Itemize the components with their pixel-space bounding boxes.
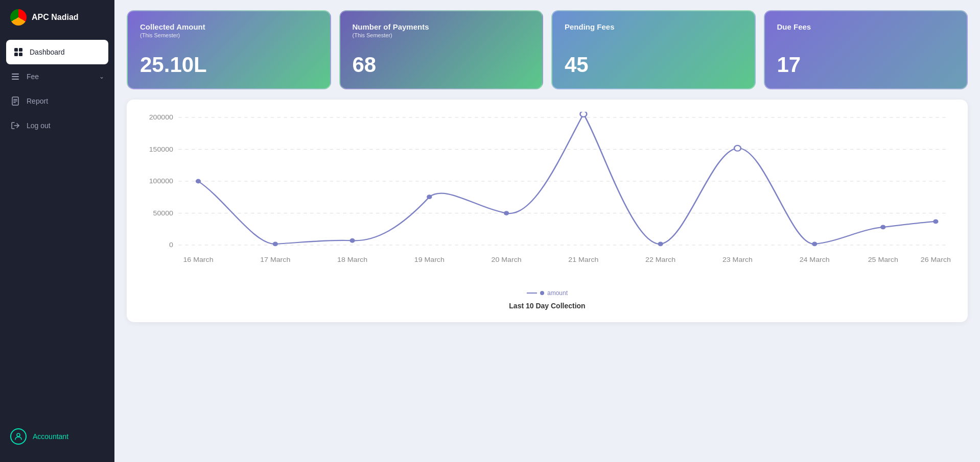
svg-rect-1 xyxy=(19,48,22,52)
main-content: Collected Amount (This Semester) 25.10L … xyxy=(114,0,980,462)
svg-text:26 March: 26 March xyxy=(921,256,951,263)
sidebar-item-fee[interactable]: Fee ⌄ xyxy=(0,64,114,89)
dashboard-label: Dashboard xyxy=(30,48,65,56)
chart-point xyxy=(504,211,509,215)
sidebar-item-report[interactable]: Report xyxy=(0,89,114,113)
due-label: Due Fees xyxy=(777,22,955,31)
stat-card-collected-amount: Collected Amount (This Semester) 25.10L xyxy=(127,10,331,89)
user-avatar xyxy=(10,428,27,445)
svg-rect-2 xyxy=(14,53,18,56)
svg-text:18 March: 18 March xyxy=(337,256,367,263)
user-role-label: Accountant xyxy=(33,432,68,441)
list-icon xyxy=(10,71,20,82)
report-label: Report xyxy=(27,97,48,105)
chart-point-peak xyxy=(580,112,587,117)
sidebar-item-logout[interactable]: Log out xyxy=(0,113,114,138)
payments-sublabel: (This Semester) xyxy=(353,32,530,38)
chart-point xyxy=(273,241,278,246)
pending-label: Pending Fees xyxy=(565,22,742,31)
chart-point xyxy=(880,225,885,230)
svg-text:0: 0 xyxy=(169,241,173,249)
chart-point xyxy=(427,194,432,199)
sidebar-header: APC Nadiad xyxy=(0,0,114,35)
svg-rect-0 xyxy=(14,48,18,52)
chart-point xyxy=(812,241,817,246)
collected-amount-value: 25.10L xyxy=(140,53,318,77)
payments-value: 68 xyxy=(353,53,530,77)
logout-icon xyxy=(10,120,20,131)
chart-container: 200000 150000 100000 50000 0 16 March 17… xyxy=(139,112,955,285)
sidebar-item-dashboard[interactable]: Dashboard xyxy=(6,40,108,64)
sidebar-nav: Dashboard Fee ⌄ Rep xyxy=(0,35,114,462)
chart-title: Last 10 Day Collection xyxy=(139,302,955,310)
svg-rect-10 xyxy=(13,102,16,103)
svg-point-11 xyxy=(17,433,20,436)
svg-rect-6 xyxy=(12,79,19,80)
legend-label: amount xyxy=(547,289,568,297)
svg-rect-8 xyxy=(13,99,17,100)
app-name: APC Nadiad xyxy=(32,13,79,22)
svg-text:200000: 200000 xyxy=(149,114,173,121)
svg-text:150000: 150000 xyxy=(149,146,173,153)
legend-dot xyxy=(540,291,544,295)
stat-card-pending: Pending Fees 45 xyxy=(551,10,756,89)
collected-amount-sublabel: (This Semester) xyxy=(140,32,318,38)
svg-text:16 March: 16 March xyxy=(183,256,213,263)
svg-text:19 March: 19 March xyxy=(414,256,445,263)
chevron-down-icon: ⌄ xyxy=(99,73,104,80)
chart-svg: 200000 150000 100000 50000 0 16 March 17… xyxy=(139,112,955,285)
grid-icon xyxy=(13,47,24,57)
svg-text:22 March: 22 March xyxy=(645,256,675,263)
svg-text:21 March: 21 March xyxy=(568,256,598,263)
chart-line xyxy=(198,114,936,244)
chart-card: 200000 150000 100000 50000 0 16 March 17… xyxy=(127,100,968,322)
due-value: 17 xyxy=(777,53,955,77)
report-icon xyxy=(10,96,20,106)
svg-text:20 March: 20 March xyxy=(492,256,522,263)
logout-label: Log out xyxy=(27,121,51,130)
collected-amount-label: Collected Amount xyxy=(140,22,318,31)
payments-label: Number of Payments xyxy=(353,22,530,31)
chart-point xyxy=(734,145,741,151)
chart-point xyxy=(658,241,663,246)
pending-value: 45 xyxy=(565,53,742,77)
svg-rect-3 xyxy=(19,53,22,56)
fee-label: Fee xyxy=(27,72,39,81)
legend-line xyxy=(527,293,537,294)
app-logo xyxy=(10,9,27,26)
svg-text:100000: 100000 xyxy=(149,178,173,185)
chart-point xyxy=(196,179,201,184)
svg-text:17 March: 17 March xyxy=(260,256,290,263)
svg-rect-4 xyxy=(12,74,19,75)
svg-text:25 March: 25 March xyxy=(868,256,898,263)
stat-card-payments: Number of Payments (This Semester) 68 xyxy=(339,10,544,89)
chart-legend: amount xyxy=(139,289,955,297)
sidebar-item-user: Accountant xyxy=(0,421,114,457)
sidebar: APC Nadiad Dashboard Fe xyxy=(0,0,114,462)
stats-grid: Collected Amount (This Semester) 25.10L … xyxy=(127,10,968,89)
stat-card-due: Due Fees 17 xyxy=(764,10,968,89)
svg-text:24 March: 24 March xyxy=(800,256,830,263)
svg-rect-5 xyxy=(12,76,19,77)
svg-text:50000: 50000 xyxy=(153,210,173,217)
chart-point xyxy=(933,220,938,224)
svg-text:23 March: 23 March xyxy=(722,256,753,263)
svg-rect-9 xyxy=(13,101,17,102)
chart-point xyxy=(349,238,355,243)
